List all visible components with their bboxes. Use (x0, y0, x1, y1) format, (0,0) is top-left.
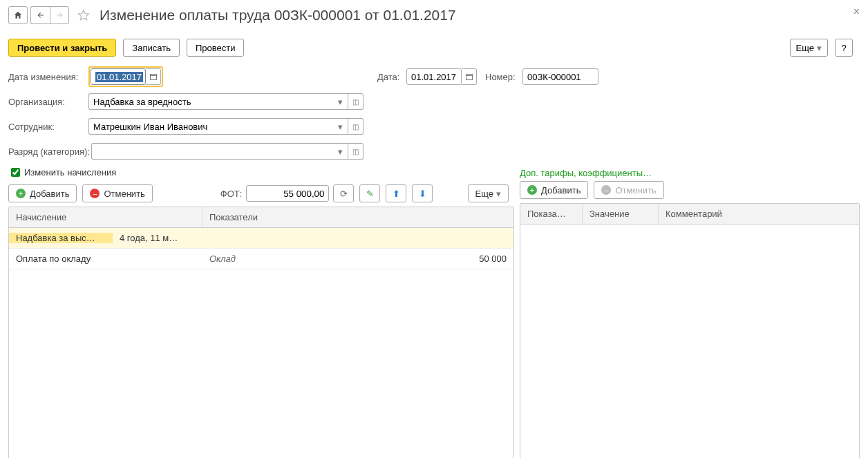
favorite-toggle[interactable] (75, 6, 93, 24)
left-cancel-button[interactable]: – Отменить (82, 184, 152, 202)
chevron-down-icon: ▾ (338, 97, 343, 107)
change-date-value: 01.01.2017 (95, 72, 143, 82)
cell-accrual: Надбавка за выс… (9, 233, 113, 243)
left-cancel-label: Отменить (104, 189, 144, 199)
col-comment-header[interactable]: Комментарий (659, 204, 859, 224)
table-row[interactable]: Оплата по окладу Оклад 50 000 (9, 249, 513, 269)
grade-open-button[interactable]: ◫ (348, 143, 364, 160)
change-accruals-label[interactable]: Изменить начисления (24, 167, 116, 178)
back-button[interactable] (30, 6, 50, 24)
pencil-icon: ✎ (366, 189, 374, 199)
change-date-input[interactable]: 01.01.2017 (91, 68, 146, 85)
svg-rect-0 (150, 75, 156, 80)
left-more-label: Еще (475, 189, 493, 199)
post-button[interactable]: Провести (187, 39, 245, 57)
col-value-header[interactable]: Значение (583, 204, 659, 224)
date-calendar-button[interactable] (462, 68, 477, 85)
right-section-title[interactable]: Доп. тарифы, коэффициенты… (520, 168, 860, 178)
post-and-close-button[interactable]: Провести и закрыть (8, 39, 116, 57)
chevron-down-icon: ▾ (817, 43, 822, 53)
grade-label: Разряд (категория): (8, 146, 91, 157)
right-add-button[interactable]: + Добавить (520, 181, 588, 199)
open-icon: ◫ (352, 148, 359, 155)
cell-indicator: Оклад (202, 254, 389, 264)
arrow-left-icon (36, 11, 46, 19)
table-row[interactable]: Надбавка за выс… 4 года, 11 м… (9, 228, 513, 249)
home-button[interactable] (8, 6, 28, 24)
accruals-grid[interactable]: Начисление Показатели Надбавка за выс… 4… (8, 207, 514, 458)
org-open-button[interactable]: ◫ (348, 93, 364, 110)
more-button[interactable]: Еще ▾ (790, 39, 828, 57)
right-add-label: Добавить (541, 185, 581, 195)
refresh-icon: ⟳ (340, 189, 348, 199)
cell-accrual: Оплата по окладу (9, 254, 113, 264)
calendar-icon (149, 73, 158, 81)
open-icon: ◫ (352, 123, 359, 131)
open-icon: ◫ (352, 98, 359, 106)
right-cancel-button: – Отменить (594, 181, 663, 199)
emp-input[interactable] (88, 118, 333, 135)
change-date-field-wrapper: 01.01.2017 (88, 66, 163, 87)
left-add-label: Добавить (30, 189, 69, 199)
col-accrual-header[interactable]: Начисление (9, 207, 202, 227)
col-indicators-header[interactable]: Показатели (202, 207, 513, 227)
close-button[interactable]: × (853, 6, 860, 18)
svg-rect-2 (466, 75, 472, 80)
change-accruals-checkbox[interactable] (11, 168, 20, 177)
forward-button[interactable] (50, 6, 69, 24)
change-date-label: Дата изменения: (8, 72, 88, 82)
minus-icon: – (601, 185, 611, 195)
minus-icon: – (90, 189, 100, 198)
col-indicator-header[interactable]: Показа… (520, 204, 583, 224)
more-label: Еще (796, 43, 814, 53)
emp-dropdown-button[interactable]: ▾ (333, 118, 348, 135)
org-dropdown-button[interactable]: ▾ (333, 93, 348, 110)
home-icon (13, 10, 23, 20)
plus-icon: + (527, 185, 537, 195)
arrow-down-icon: ⬇ (419, 189, 426, 199)
org-label: Организация: (8, 97, 88, 107)
fot-label: ФОТ: (220, 189, 243, 199)
chevron-down-icon: ▾ (338, 146, 343, 157)
cell-period: 4 года, 11 м… (113, 233, 202, 243)
grade-dropdown-button[interactable]: ▾ (333, 143, 348, 160)
date-label: Дата: (377, 72, 406, 82)
left-add-button[interactable]: + Добавить (8, 184, 77, 202)
change-date-calendar-button[interactable] (146, 68, 161, 85)
arrow-right-icon (55, 11, 64, 19)
right-cancel-label: Отменить (615, 185, 656, 195)
chevron-down-icon: ▾ (496, 189, 501, 199)
move-up-button[interactable]: ⬆ (386, 184, 406, 202)
calendar-icon (465, 73, 473, 81)
date-input[interactable] (406, 68, 462, 85)
org-input[interactable] (88, 93, 333, 110)
chevron-down-icon: ▾ (338, 122, 343, 132)
edit-button[interactable]: ✎ (359, 184, 380, 202)
number-label: Номер: (485, 72, 522, 82)
grade-input[interactable] (91, 143, 333, 160)
save-button[interactable]: Записать (123, 39, 180, 57)
page-title: Изменение оплаты труда 00ЗК-000001 от 01… (100, 7, 456, 23)
emp-open-button[interactable]: ◫ (348, 118, 364, 135)
plus-icon: + (16, 189, 26, 198)
help-button[interactable]: ? (835, 39, 853, 57)
move-down-button[interactable]: ⬇ (412, 184, 433, 202)
number-input[interactable] (522, 68, 598, 85)
arrow-up-icon: ⬆ (393, 189, 400, 199)
coefficients-grid[interactable]: Показа… Значение Комментарий (520, 203, 860, 458)
star-icon (77, 8, 91, 22)
refresh-button[interactable]: ⟳ (333, 184, 354, 202)
cell-value: 50 000 (389, 254, 513, 264)
emp-label: Сотрудник: (8, 122, 88, 132)
left-more-button[interactable]: Еще ▾ (468, 184, 509, 202)
fot-input[interactable] (246, 185, 329, 202)
